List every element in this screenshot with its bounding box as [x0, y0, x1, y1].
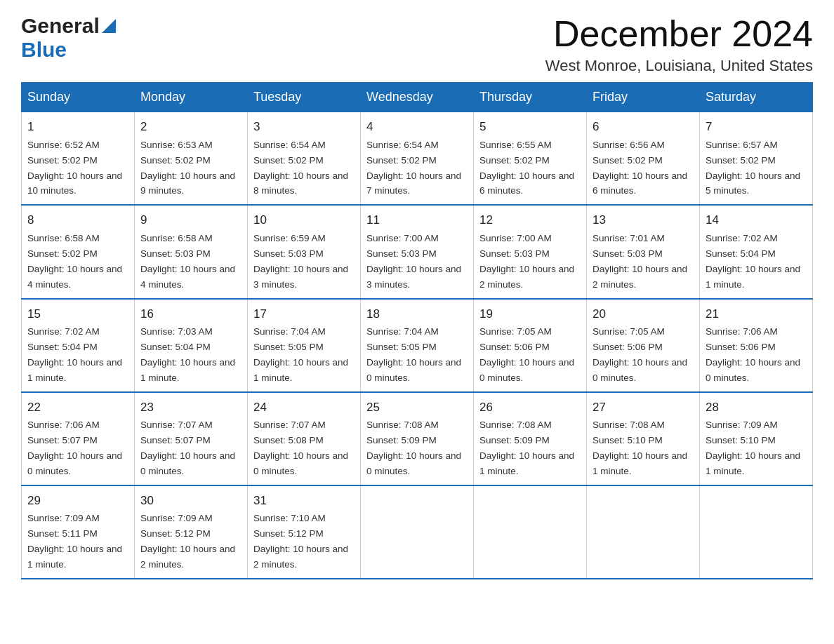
- weekday-header-saturday: Saturday: [700, 83, 813, 112]
- calendar-cell: 7 Sunrise: 6:57 AMSunset: 5:02 PMDayligh…: [700, 112, 813, 206]
- month-title: December 2024: [545, 14, 813, 54]
- day-info: Sunrise: 7:04 AMSunset: 5:05 PMDaylight:…: [366, 326, 461, 383]
- calendar-cell: 30 Sunrise: 7:09 AMSunset: 5:12 PMDaylig…: [135, 485, 248, 579]
- calendar-cell: 27 Sunrise: 7:08 AMSunset: 5:10 PMDaylig…: [587, 392, 700, 485]
- day-info: Sunrise: 7:08 AMSunset: 5:09 PMDaylight:…: [479, 420, 574, 476]
- day-info: Sunrise: 7:09 AMSunset: 5:12 PMDaylight:…: [140, 513, 235, 570]
- day-number: 19: [479, 305, 581, 323]
- day-info: Sunrise: 7:05 AMSunset: 5:06 PMDaylight:…: [479, 326, 574, 383]
- calendar-cell: 15 Sunrise: 7:02 AMSunset: 5:04 PMDaylig…: [22, 299, 135, 392]
- day-number: 18: [366, 305, 468, 323]
- day-number: 13: [593, 211, 694, 229]
- calendar-cell: 24 Sunrise: 7:07 AMSunset: 5:08 PMDaylig…: [248, 392, 361, 485]
- calendar-cell: 21 Sunrise: 7:06 AMSunset: 5:06 PMDaylig…: [700, 299, 813, 392]
- calendar-week-1: 1 Sunrise: 6:52 AMSunset: 5:02 PMDayligh…: [22, 112, 813, 206]
- calendar-cell: 11 Sunrise: 7:00 AMSunset: 5:03 PMDaylig…: [361, 205, 474, 298]
- day-info: Sunrise: 7:02 AMSunset: 5:04 PMDaylight:…: [706, 233, 800, 290]
- day-info: Sunrise: 7:07 AMSunset: 5:07 PMDaylight:…: [140, 420, 235, 476]
- day-info: Sunrise: 6:58 AMSunset: 5:03 PMDaylight:…: [140, 233, 235, 290]
- calendar-cell: 18 Sunrise: 7:04 AMSunset: 5:05 PMDaylig…: [361, 299, 474, 392]
- day-number: 11: [366, 211, 468, 229]
- day-number: 25: [366, 398, 468, 417]
- calendar-week-4: 22 Sunrise: 7:06 AMSunset: 5:07 PMDaylig…: [22, 392, 813, 485]
- logo-general: General: [21, 14, 100, 38]
- day-number: 22: [27, 398, 128, 417]
- day-info: Sunrise: 7:06 AMSunset: 5:07 PMDaylight:…: [27, 420, 122, 476]
- logo: General Blue: [21, 14, 116, 62]
- day-number: 20: [593, 305, 694, 323]
- title-section: December 2024 West Monroe, Louisiana, Un…: [545, 14, 813, 75]
- weekday-header-friday: Friday: [587, 83, 700, 112]
- calendar-cell: [587, 485, 700, 579]
- day-number: 24: [253, 398, 355, 417]
- day-info: Sunrise: 7:06 AMSunset: 5:06 PMDaylight:…: [706, 326, 800, 383]
- day-number: 5: [479, 118, 581, 136]
- day-number: 3: [253, 118, 355, 136]
- weekday-header-row: SundayMondayTuesdayWednesdayThursdayFrid…: [22, 83, 813, 112]
- calendar-cell: [474, 485, 587, 579]
- calendar-cell: 3 Sunrise: 6:54 AMSunset: 5:02 PMDayligh…: [248, 112, 361, 206]
- day-info: Sunrise: 7:04 AMSunset: 5:05 PMDaylight:…: [253, 326, 348, 383]
- day-number: 12: [479, 211, 581, 229]
- day-info: Sunrise: 6:58 AMSunset: 5:02 PMDaylight:…: [27, 233, 122, 290]
- day-number: 4: [366, 118, 468, 136]
- weekday-header-sunday: Sunday: [22, 83, 135, 112]
- day-number: 15: [27, 305, 128, 323]
- calendar-cell: 26 Sunrise: 7:08 AMSunset: 5:09 PMDaylig…: [474, 392, 587, 485]
- day-number: 27: [593, 398, 694, 417]
- calendar-cell: 20 Sunrise: 7:05 AMSunset: 5:06 PMDaylig…: [587, 299, 700, 392]
- calendar-cell: 10 Sunrise: 6:59 AMSunset: 5:03 PMDaylig…: [248, 205, 361, 298]
- calendar-cell: 8 Sunrise: 6:58 AMSunset: 5:02 PMDayligh…: [22, 205, 135, 298]
- weekday-header-monday: Monday: [135, 83, 248, 112]
- day-info: Sunrise: 7:08 AMSunset: 5:09 PMDaylight:…: [366, 420, 461, 476]
- day-info: Sunrise: 6:53 AMSunset: 5:02 PMDaylight:…: [140, 140, 235, 196]
- day-number: 16: [140, 305, 241, 323]
- day-number: 28: [706, 398, 807, 417]
- day-info: Sunrise: 7:07 AMSunset: 5:08 PMDaylight:…: [253, 420, 348, 476]
- calendar-cell: 14 Sunrise: 7:02 AMSunset: 5:04 PMDaylig…: [700, 205, 813, 298]
- day-info: Sunrise: 6:59 AMSunset: 5:03 PMDaylight:…: [253, 233, 348, 290]
- day-info: Sunrise: 7:08 AMSunset: 5:10 PMDaylight:…: [593, 420, 687, 476]
- day-number: 31: [253, 492, 355, 510]
- day-number: 10: [253, 211, 355, 229]
- calendar-cell: 31 Sunrise: 7:10 AMSunset: 5:12 PMDaylig…: [248, 485, 361, 579]
- location-title: West Monroe, Louisiana, United States: [545, 57, 813, 75]
- day-info: Sunrise: 6:55 AMSunset: 5:02 PMDaylight:…: [479, 140, 574, 196]
- logo-blue: Blue: [21, 38, 67, 61]
- day-number: 2: [140, 118, 241, 136]
- calendar-cell: 6 Sunrise: 6:56 AMSunset: 5:02 PMDayligh…: [587, 112, 700, 206]
- day-number: 30: [140, 492, 241, 510]
- day-info: Sunrise: 7:01 AMSunset: 5:03 PMDaylight:…: [593, 233, 687, 290]
- weekday-header-tuesday: Tuesday: [248, 83, 361, 112]
- calendar-cell: 25 Sunrise: 7:08 AMSunset: 5:09 PMDaylig…: [361, 392, 474, 485]
- calendar-cell: 5 Sunrise: 6:55 AMSunset: 5:02 PMDayligh…: [474, 112, 587, 206]
- weekday-header-thursday: Thursday: [474, 83, 587, 112]
- calendar-cell: 23 Sunrise: 7:07 AMSunset: 5:07 PMDaylig…: [135, 392, 248, 485]
- day-info: Sunrise: 6:52 AMSunset: 5:02 PMDaylight:…: [27, 140, 122, 196]
- calendar-cell: 22 Sunrise: 7:06 AMSunset: 5:07 PMDaylig…: [22, 392, 135, 485]
- calendar-cell: 29 Sunrise: 7:09 AMSunset: 5:11 PMDaylig…: [22, 485, 135, 579]
- day-info: Sunrise: 7:00 AMSunset: 5:03 PMDaylight:…: [366, 233, 461, 290]
- calendar-cell: 2 Sunrise: 6:53 AMSunset: 5:02 PMDayligh…: [135, 112, 248, 206]
- calendar-week-5: 29 Sunrise: 7:09 AMSunset: 5:11 PMDaylig…: [22, 485, 813, 579]
- day-info: Sunrise: 6:57 AMSunset: 5:02 PMDaylight:…: [706, 140, 800, 196]
- calendar-cell: 13 Sunrise: 7:01 AMSunset: 5:03 PMDaylig…: [587, 205, 700, 298]
- calendar-cell: 19 Sunrise: 7:05 AMSunset: 5:06 PMDaylig…: [474, 299, 587, 392]
- day-number: 26: [479, 398, 581, 417]
- calendar-week-2: 8 Sunrise: 6:58 AMSunset: 5:02 PMDayligh…: [22, 205, 813, 298]
- calendar-cell: [700, 485, 813, 579]
- day-info: Sunrise: 7:09 AMSunset: 5:10 PMDaylight:…: [706, 420, 800, 476]
- calendar-cell: 9 Sunrise: 6:58 AMSunset: 5:03 PMDayligh…: [135, 205, 248, 298]
- day-info: Sunrise: 7:03 AMSunset: 5:04 PMDaylight:…: [140, 326, 235, 383]
- calendar-week-3: 15 Sunrise: 7:02 AMSunset: 5:04 PMDaylig…: [22, 299, 813, 392]
- day-number: 7: [706, 118, 807, 136]
- calendar-cell: 28 Sunrise: 7:09 AMSunset: 5:10 PMDaylig…: [700, 392, 813, 485]
- day-number: 23: [140, 398, 241, 417]
- day-number: 17: [253, 305, 355, 323]
- day-number: 1: [27, 118, 128, 136]
- day-info: Sunrise: 7:09 AMSunset: 5:11 PMDaylight:…: [27, 513, 122, 570]
- calendar-cell: [361, 485, 474, 579]
- day-info: Sunrise: 7:00 AMSunset: 5:03 PMDaylight:…: [479, 233, 574, 290]
- weekday-header-wednesday: Wednesday: [361, 83, 474, 112]
- day-info: Sunrise: 6:54 AMSunset: 5:02 PMDaylight:…: [366, 140, 461, 196]
